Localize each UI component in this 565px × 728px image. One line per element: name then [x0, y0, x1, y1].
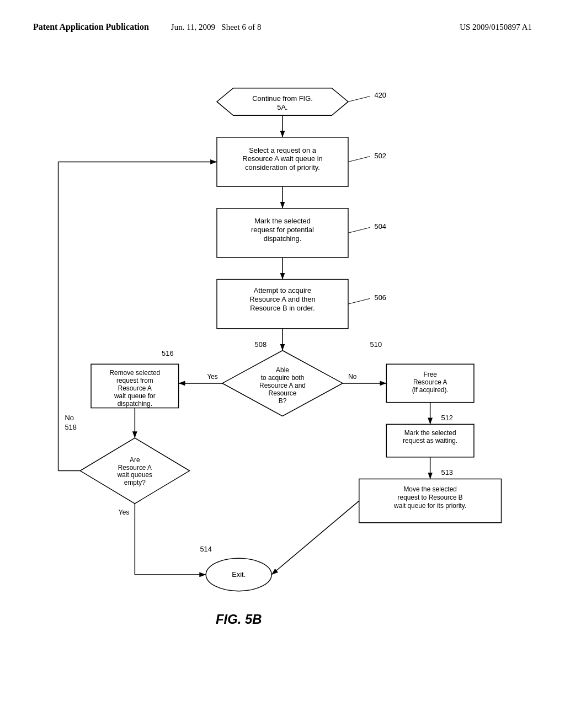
node-504-line2: request for potential: [251, 226, 314, 234]
ref-516: 516: [162, 349, 173, 357]
node-510-line1: Free: [423, 371, 437, 378]
node-510-line3: (if acquired).: [412, 386, 449, 394]
node-518-line3: wait queues: [117, 471, 152, 479]
svg-line-1: [348, 97, 370, 102]
node-504-line1: Mark the selected: [254, 217, 311, 225]
ref-510: 510: [370, 340, 382, 349]
node-508-line5: B?: [279, 397, 287, 405]
node-513-line2: request to Resource B: [398, 494, 463, 501]
node-518-line4: empty?: [124, 479, 146, 486]
ref-no-518: No: [65, 414, 73, 422]
patent-number: US 2009/0150897 A1: [460, 23, 532, 32]
ref-508: 508: [255, 340, 266, 349]
fig-label: FIG. 5B: [216, 612, 262, 627]
node-506-line1: Attempt to acquire: [254, 286, 311, 295]
node-504-line3: dispatching.: [264, 234, 302, 243]
ref-504: 504: [375, 222, 386, 231]
node-516-line3: Resource A: [118, 384, 152, 392]
node-512-line1: Mark the selected: [404, 429, 456, 437]
node-510-line2: Resource A: [413, 378, 447, 386]
ref-514: 514: [200, 545, 211, 553]
flowchart-diagram: text { font-family: Arial, sans-serif; f…: [33, 66, 532, 695]
node-516-line5: dispatching.: [118, 400, 152, 408]
label-yes-508: Yes: [207, 373, 217, 381]
node-502-line2: Resource A wait queue in: [242, 154, 322, 163]
node-513-line3: wait queue for its priority.: [393, 502, 466, 510]
node-516-line4: wait queue for: [114, 392, 156, 400]
node-516-line2: request from: [116, 377, 153, 384]
svg-line-3: [348, 157, 370, 162]
node-508-line4: Resource: [269, 389, 297, 397]
svg-line-12: [271, 501, 359, 575]
node-508-line1: Able: [276, 366, 289, 374]
ref-506: 506: [375, 293, 386, 302]
node-506-line3: Resource B in order.: [250, 304, 315, 312]
node-512-line2: request as waiting.: [403, 437, 457, 445]
node-514-label: Exit.: [232, 570, 246, 579]
node-506-line2: Resource A and then: [249, 295, 316, 303]
ref-518: 518: [65, 423, 76, 431]
node-518-line2: Resource A: [118, 464, 152, 472]
node-420-label: Continue from FIG.: [252, 94, 312, 103]
node-518-line1: Are: [130, 456, 140, 464]
ref-513: 513: [441, 468, 452, 477]
node-516-line1: Remove selected: [109, 369, 160, 377]
node-513-line1: Move the selected: [403, 485, 456, 493]
label-yes-518: Yes: [119, 508, 129, 516]
node-508-line3: Resource A and: [259, 382, 306, 389]
ref-502: 502: [375, 152, 386, 160]
publication-title: Patent Application Publication: [33, 22, 149, 32]
label-no-508: No: [348, 373, 357, 381]
flowchart-svg: text { font-family: Arial, sans-serif; f…: [33, 66, 532, 695]
ref-420: 420: [375, 91, 386, 99]
node-508-line2: to acquire both: [261, 374, 305, 382]
node-502-line1: Select a request on a: [249, 146, 317, 154]
publication-date: Jun. 11, 2009 Sheet 6 of 8: [171, 23, 262, 32]
ref-512: 512: [441, 414, 452, 422]
svg-line-7: [348, 298, 370, 304]
node-420-label2: 5A.: [277, 103, 287, 111]
page-header: Patent Application Publication Jun. 11, …: [33, 22, 532, 32]
node-502-line3: consideration of priority.: [245, 163, 320, 172]
svg-line-5: [348, 227, 370, 233]
